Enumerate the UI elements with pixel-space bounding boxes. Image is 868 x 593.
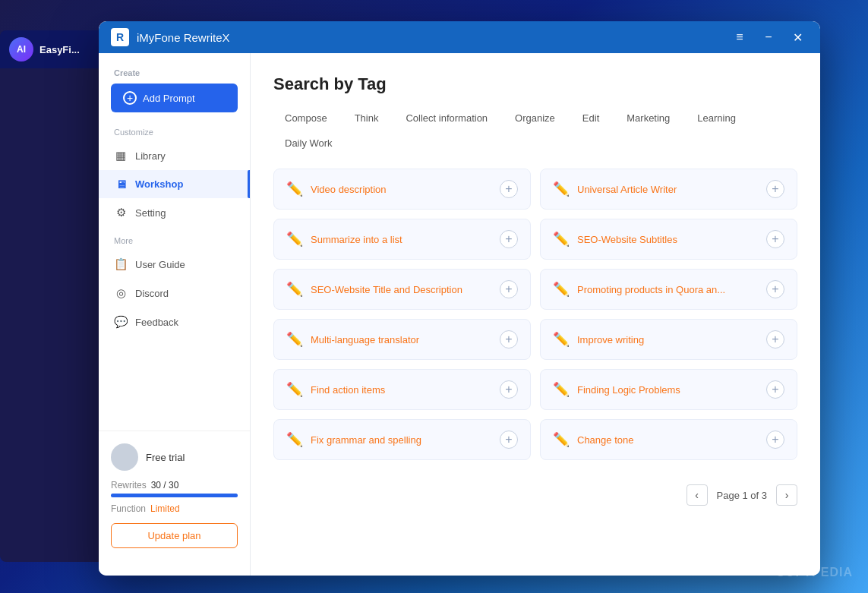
card-pen-icon: ✏️ [553, 431, 570, 448]
card-title: Change tone [577, 434, 633, 446]
sidebar-item-label: Library [135, 150, 166, 162]
sidebar-item-library[interactable]: ▦ Library [99, 141, 250, 170]
sidebar-item-setting[interactable]: ⚙ Setting [99, 198, 250, 227]
function-value: Limited [150, 503, 180, 514]
card-universal-article[interactable]: ✏️ Universal Article Writer + [540, 169, 797, 210]
card-title: SEO-Website Subtitles [577, 234, 677, 245]
tag-edit[interactable]: Edit [571, 108, 611, 128]
card-title: Multi-language translator [311, 334, 419, 345]
function-label: Function [111, 503, 146, 514]
card-pen-icon: ✏️ [553, 281, 570, 298]
card-improve[interactable]: ✏️ Improve writing + [540, 319, 797, 360]
tag-dailywork[interactable]: Daily Work [273, 133, 344, 153]
bg-logo: AI [9, 37, 33, 62]
tag-marketing[interactable]: Marketing [615, 108, 681, 128]
page-title: Search by Tag [273, 74, 797, 94]
modal-titlebar: R iMyFone RewriteX ≡ − ✕ [99, 21, 820, 53]
sidebar-item-user-guide[interactable]: 📋 User Guide [99, 250, 250, 279]
sidebar-item-label: Setting [135, 207, 166, 219]
sidebar-item-label: Feedback [135, 317, 178, 328]
tags-row: Compose Think Collect information Organi… [273, 108, 797, 153]
card-add-button[interactable]: + [766, 431, 784, 449]
card-pen-icon: ✏️ [286, 431, 303, 448]
tag-learning[interactable]: Learning [686, 108, 747, 128]
card-add-button[interactable]: + [500, 180, 518, 198]
card-fix-grammar[interactable]: ✏️ Fix grammar and spelling + [273, 419, 531, 460]
main-content: Search by Tag Compose Think Collect info… [251, 53, 820, 576]
progress-fill [111, 494, 238, 497]
sidebar-item-label: Discord [135, 288, 169, 299]
card-title: Fix grammar and spelling [311, 434, 421, 446]
page-info: Page 1 of 3 [717, 490, 768, 501]
card-pen-icon: ✏️ [286, 381, 303, 398]
card-video-desc[interactable]: ✏️ Video description + [273, 169, 531, 210]
rewrites-progress [111, 494, 238, 497]
rewrites-value: 30 / 30 [151, 480, 179, 490]
card-pen-icon: ✏️ [553, 381, 570, 398]
card-add-button[interactable]: + [766, 180, 784, 198]
user-guide-icon: 📋 [114, 257, 128, 271]
card-title: Promoting products in Quora an... [577, 284, 725, 295]
card-seo-title[interactable]: ✏️ SEO-Website Title and Description + [273, 269, 531, 310]
sidebar-item-label: User Guide [135, 259, 185, 270]
card-add-button[interactable]: + [766, 230, 784, 248]
card-change-tone[interactable]: ✏️ Change tone + [540, 419, 797, 460]
card-seo-subtitles[interactable]: ✏️ SEO-Website Subtitles + [540, 219, 797, 260]
card-title: Summarize into a list [311, 234, 402, 245]
plus-icon: + [123, 91, 137, 105]
menu-button[interactable]: ≡ [729, 27, 750, 48]
card-title: Improve writing [577, 334, 644, 345]
prev-page-button[interactable]: ‹ [687, 484, 708, 506]
sidebar-item-feedback[interactable]: 💬 Feedback [99, 308, 250, 336]
card-summarize[interactable]: ✏️ Summarize into a list + [273, 219, 531, 260]
sidebar: Create + Add Prompt Customize ▦ Library … [99, 53, 251, 576]
card-title: Finding Logic Problems [577, 384, 680, 396]
modal-body: Create + Add Prompt Customize ▦ Library … [99, 53, 820, 576]
feedback-icon: 💬 [114, 315, 128, 329]
sidebar-item-label: Workshop [135, 178, 183, 190]
active-indicator [248, 170, 250, 198]
card-add-button[interactable]: + [766, 330, 784, 349]
user-name: Free trial [146, 452, 185, 463]
rewrites-label: Rewrites [111, 480, 147, 490]
tag-organize[interactable]: Organize [503, 108, 567, 128]
card-add-button[interactable]: + [500, 280, 518, 298]
tag-think[interactable]: Think [343, 108, 390, 128]
card-add-button[interactable]: + [766, 280, 784, 298]
sidebar-item-discord[interactable]: ◎ Discord [99, 279, 250, 308]
watermark: SOFTPEDIA [776, 566, 853, 579]
add-prompt-button[interactable]: + Add Prompt [111, 84, 238, 112]
minimize-button[interactable]: − [758, 27, 779, 48]
create-label: Create [99, 68, 250, 77]
card-find-action[interactable]: ✏️ Find action items + [273, 369, 531, 410]
tag-compose[interactable]: Compose [273, 108, 339, 128]
card-pen-icon: ✏️ [553, 231, 570, 248]
next-page-button[interactable]: › [776, 484, 797, 506]
app-icon: R [111, 28, 129, 46]
card-add-button[interactable]: + [766, 380, 784, 399]
more-label: More [99, 230, 250, 250]
close-button[interactable]: ✕ [787, 27, 808, 48]
card-add-button[interactable]: + [500, 380, 518, 399]
discord-icon: ◎ [114, 286, 128, 300]
update-plan-button[interactable]: Update plan [111, 523, 238, 548]
card-promoting[interactable]: ✏️ Promoting products in Quora an... + [540, 269, 797, 310]
card-title: SEO-Website Title and Description [311, 284, 462, 295]
card-multilang[interactable]: ✏️ Multi-language translator + [273, 319, 531, 360]
card-add-button[interactable]: + [500, 330, 518, 349]
card-title: Universal Article Writer [577, 184, 677, 195]
modal-window: R iMyFone RewriteX ≡ − ✕ Create + Add Pr… [99, 21, 820, 576]
card-pen-icon: ✏️ [286, 181, 303, 197]
user-info: Free trial [111, 443, 238, 471]
bg-app-title: EasyFi... [39, 44, 80, 55]
tag-collect[interactable]: Collect information [394, 108, 499, 128]
card-pen-icon: ✏️ [286, 331, 303, 348]
card-add-button[interactable]: + [500, 431, 518, 449]
cards-grid: ✏️ Video description + ✏️ Universal Arti… [273, 169, 797, 460]
card-add-button[interactable]: + [500, 230, 518, 248]
card-find-logic[interactable]: ✏️ Finding Logic Problems + [540, 369, 797, 410]
sidebar-item-workshop[interactable]: 🖥 Workshop [99, 170, 250, 198]
customize-label: Customize [99, 128, 250, 137]
titlebar-buttons: ≡ − ✕ [729, 27, 808, 48]
pagination: ‹ Page 1 of 3 › [273, 478, 797, 506]
